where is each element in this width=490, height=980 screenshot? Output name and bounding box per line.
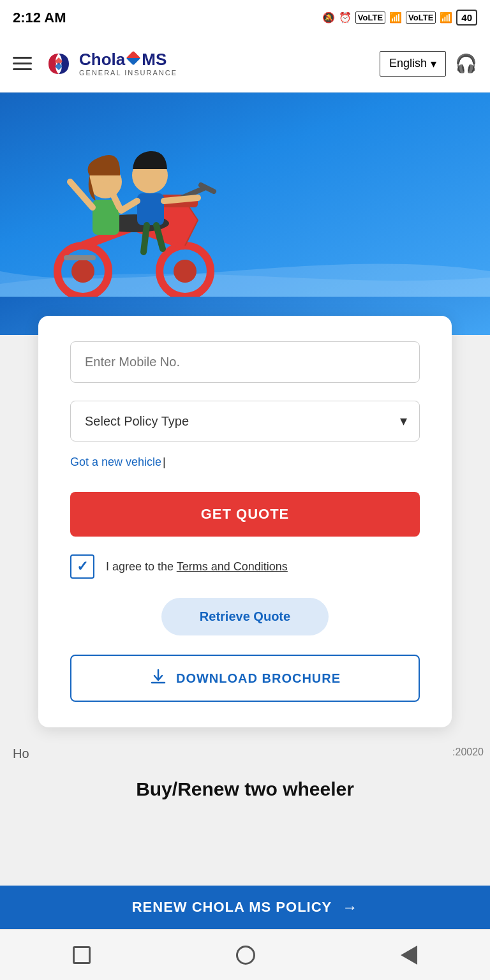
signal-icon: 📶: [389, 11, 402, 24]
header-left: Chola: [13, 48, 177, 79]
hamburger-line2: [13, 63, 32, 64]
logo-name: Chola: [79, 50, 177, 69]
menu-button[interactable]: [13, 57, 32, 70]
logo-diamond-shape: [126, 50, 140, 69]
hamburger-line3: [13, 68, 32, 70]
battery-indicator: 40: [456, 10, 477, 26]
renew-policy-button[interactable]: RENEW CHOLA MS POLICY →: [132, 898, 359, 916]
logo-ms: MS: [142, 50, 167, 69]
headphone-icon[interactable]: 🎧: [455, 53, 477, 74]
terms-text: I agree to the Terms and Conditions: [106, 560, 288, 574]
svg-rect-2: [126, 51, 140, 65]
terms-row: ✓ I agree to the Terms and Conditions: [70, 554, 420, 579]
terms-prefix: I agree to the: [106, 560, 177, 573]
terms-link[interactable]: Terms and Conditions: [177, 560, 288, 573]
download-brochure-label: DOWNLOAD BROCHURE: [176, 671, 341, 686]
svg-line-19: [144, 225, 147, 252]
svg-rect-16: [137, 193, 164, 225]
signal2-icon: 📶: [440, 11, 452, 24]
svg-point-6: [174, 260, 197, 283]
chevron-down-icon: ▾: [431, 57, 436, 71]
buy-renew-text: Buy/Renew two wheeler: [136, 778, 354, 799]
logo-icon: [43, 48, 74, 79]
alarm-icon: ⏰: [339, 11, 352, 24]
arrow-right-icon: →: [342, 898, 358, 916]
logo: Chola: [43, 48, 177, 79]
svg-line-18: [164, 198, 198, 201]
status-bar: 2:12 AM 🔕 ⏰ VoLTE 📶 VoLTE 📶 40: [0, 0, 490, 35]
logo-text: Chola: [79, 50, 177, 77]
status-time: 2:12 AM: [13, 10, 66, 26]
svg-line-17: [121, 201, 137, 211]
triangle-icon: [401, 946, 417, 965]
hamburger-line1: [13, 57, 32, 59]
new-vehicle-row: Got a new vehicle|: [70, 456, 420, 469]
language-label: English: [389, 57, 427, 70]
terms-checkbox[interactable]: ✓: [70, 554, 94, 579]
scooter-illustration: [6, 105, 274, 297]
policy-type-select[interactable]: Select Policy Type Two Wheeler Four Whee…: [70, 401, 420, 442]
home-label: Ho: [13, 746, 29, 761]
svg-point-5: [71, 260, 94, 283]
new-vehicle-text: Got a new vehicle: [70, 456, 161, 468]
logo-chola: Chola: [79, 50, 125, 69]
renew-policy-label: RENEW CHOLA MS POLICY: [132, 899, 332, 916]
buy-renew-heading: Buy/Renew two wheeler: [0, 746, 490, 800]
circle-nav-button[interactable]: [236, 946, 255, 965]
copyright: :20020: [452, 746, 484, 758]
svg-rect-21: [64, 255, 96, 260]
status-icons: 🔕 ⏰ VoLTE 📶 VoLTE 📶 40: [322, 10, 477, 26]
volte-icon: VoLTE: [355, 11, 385, 24]
sticky-renew-bar: RENEW CHOLA MS POLICY →: [0, 886, 490, 929]
square-icon: [73, 946, 91, 964]
header: Chola: [0, 35, 490, 93]
back-nav-button[interactable]: [401, 946, 417, 965]
logo-subtitle: GENERAL INSURANCE: [79, 69, 177, 77]
policy-type-wrapper: Select Policy Type Two Wheeler Four Whee…: [70, 401, 420, 442]
download-brochure-button[interactable]: DOWNLOAD BROCHURE: [70, 655, 420, 702]
circle-icon: [236, 946, 255, 965]
new-vehicle-link[interactable]: Got a new vehicle|: [70, 456, 420, 469]
language-selector[interactable]: English ▾: [380, 51, 446, 77]
checkmark-icon: ✓: [77, 558, 88, 575]
get-quote-button[interactable]: GET QUOTE: [70, 492, 420, 537]
android-nav-bar: [0, 929, 490, 980]
mute-icon: 🔕: [322, 11, 335, 24]
download-icon: [149, 667, 167, 689]
mobile-number-input[interactable]: [70, 341, 420, 383]
pipe-separator: |: [163, 456, 166, 468]
bottom-content: Ho :20020 Buy/Renew two wheeler: [0, 734, 490, 813]
form-card: Select Policy Type Two Wheeler Four Whee…: [38, 316, 452, 727]
volte2-icon: VoLTE: [406, 11, 436, 24]
hero-banner: [0, 93, 490, 297]
square-nav-button[interactable]: [73, 946, 91, 964]
header-right: English ▾ 🎧: [380, 51, 477, 77]
retrieve-quote-button[interactable]: Retrieve Quote: [161, 598, 329, 635]
